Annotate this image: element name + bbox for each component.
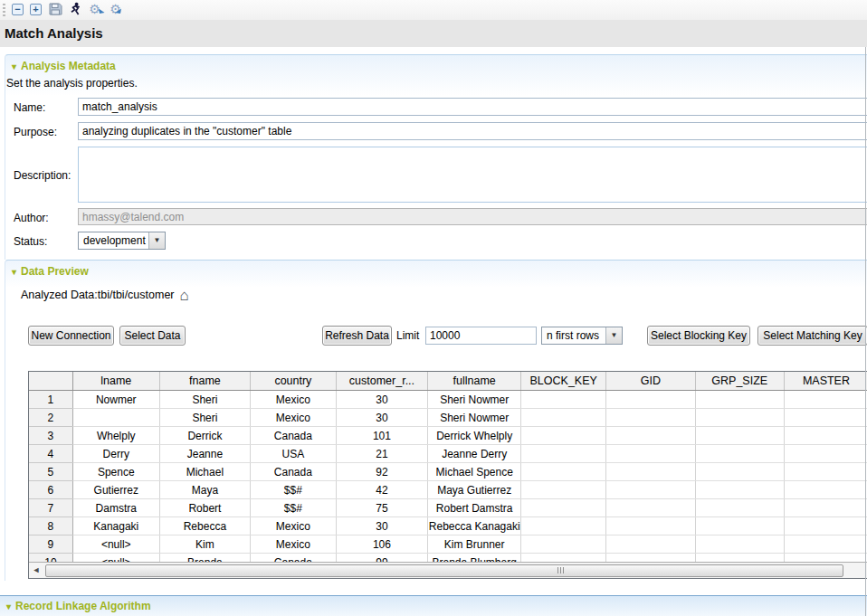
table-cell[interactable] [784,535,867,554]
table-cell[interactable]: 21 [336,445,428,463]
scrollbar-thumb[interactable] [45,564,843,577]
table-cell[interactable] [521,409,606,427]
table-cell[interactable]: Maya Gutierrez [428,481,521,499]
table-cell[interactable] [521,445,606,463]
table-cell[interactable]: Derry [72,445,159,463]
select-blocking-key-button[interactable]: Select Blocking Key [647,326,750,346]
table-cell[interactable]: $$# [251,499,337,517]
collapse-all-button[interactable]: − [10,2,25,17]
table-cell[interactable]: 75 [336,499,428,517]
table-cell[interactable] [784,445,867,463]
table-cell[interactable]: Sheri Nowmer [428,409,521,427]
table-cell[interactable]: Derrick [159,427,250,445]
rows-mode-dropdown[interactable]: n first rows ▼ [541,327,623,345]
description-field[interactable] [78,147,867,203]
table-cell[interactable]: Michael Spence [428,463,521,481]
table-cell[interactable] [695,463,784,481]
table-cell[interactable] [695,499,784,517]
table-cell[interactable]: 30 [336,409,428,427]
table-cell[interactable]: 106 [336,535,428,554]
table-cell[interactable]: Rebecca [159,517,250,535]
refresh-gear-button[interactable]: ⚙ [87,2,102,17]
table-cell[interactable] [695,409,784,427]
table-cell[interactable] [695,535,784,554]
table-cell[interactable] [606,427,695,445]
table-cell[interactable]: Mexico [251,409,337,427]
table-row[interactable]: 2SheriMexico30Sheri Nowmer [29,409,867,427]
purpose-field[interactable] [78,122,867,140]
row-number[interactable]: 1 [29,391,72,409]
table-cell[interactable] [695,481,784,499]
table-cell[interactable] [521,427,606,445]
column-header[interactable]: customer_r... [336,372,428,391]
table-row[interactable]: 6GutierrezMaya$$#42Maya Gutierrez [29,481,867,499]
table-cell[interactable] [606,517,695,535]
table-cell[interactable] [784,463,867,481]
column-header[interactable]: BLOCK_KEY [521,372,606,391]
column-header[interactable]: lname [72,372,159,391]
table-cell[interactable] [521,535,606,554]
table-cell[interactable]: Damstra [72,499,159,517]
table-cell[interactable] [72,409,159,427]
row-number[interactable]: 2 [29,409,72,427]
table-cell[interactable] [606,463,695,481]
record-linkage-header[interactable]: ▾Record Linkage Algorithm [6,600,151,612]
table-cell[interactable]: 92 [336,463,428,481]
table-row[interactable]: 5SpenceMichaelCanada92Michael Spence [29,463,867,481]
table-cell[interactable] [784,499,867,517]
select-matching-key-button[interactable]: Select Matching Key [757,326,867,346]
table-cell[interactable] [784,409,867,427]
table-cell[interactable] [784,517,867,535]
table-cell[interactable]: Whelply [72,427,159,445]
select-data-button[interactable]: Select Data [119,326,186,346]
table-cell[interactable]: Kanagaki [72,517,159,535]
row-number[interactable]: 8 [29,517,72,535]
table-cell[interactable]: <null> [72,535,159,554]
row-number-header[interactable] [29,372,72,391]
column-header[interactable]: MASTER [784,372,867,391]
table-cell[interactable]: Robert Damstra [428,499,521,517]
table-cell[interactable] [521,463,606,481]
table-cell[interactable] [521,481,606,499]
table-cell[interactable]: Sheri Nowmer [428,391,521,409]
table-cell[interactable] [606,499,695,517]
table-row[interactable]: 7DamstraRobert$$#75Robert Damstra [29,499,867,517]
table-cell[interactable]: 101 [336,427,428,445]
table-cell[interactable] [784,391,867,409]
column-header[interactable]: country [251,372,337,391]
table-cell[interactable]: Jeanne Derry [428,445,521,463]
table-cell[interactable] [521,499,606,517]
chevron-down-icon[interactable]: ▼ [605,327,622,344]
scroll-left-button[interactable]: ◄ [29,564,43,577]
column-header[interactable]: GRP_SIZE [695,372,784,391]
table-cell[interactable]: Sheri [159,391,250,409]
table-cell[interactable] [695,391,784,409]
table-cell[interactable] [606,481,695,499]
table-cell[interactable] [606,391,695,409]
table-cell[interactable]: 30 [336,391,428,409]
table-cell[interactable] [521,391,606,409]
table-cell[interactable] [695,517,784,535]
table-cell[interactable]: Mexico [251,535,337,554]
table-cell[interactable]: Derrick Whelply [428,427,521,445]
row-number[interactable]: 9 [29,535,72,554]
table-cell[interactable]: 42 [336,481,428,499]
limit-input[interactable] [425,327,537,345]
row-number[interactable]: 6 [29,481,72,499]
table-cell[interactable]: Maya [159,481,250,499]
name-field[interactable] [78,98,867,116]
collapse-triangle-icon[interactable]: ▾ [12,267,16,277]
table-row[interactable]: 8KanagakiRebeccaMexico30Rebecca Kanagaki [29,517,867,535]
toolbar-grip-handle[interactable] [3,4,5,16]
table-cell[interactable] [606,409,695,427]
table-row[interactable]: 1NowmerSheriMexico30Sheri Nowmer [29,391,867,409]
table-row[interactable]: 3WhelplyDerrickCanada101Derrick Whelply [29,427,867,445]
column-header[interactable]: GID [606,372,695,391]
collapse-triangle-icon[interactable]: ▾ [12,62,16,71]
table-cell[interactable] [784,427,867,445]
table-cell[interactable]: Sheri [159,409,250,427]
table-cell[interactable]: Kim [159,535,250,554]
analysis-metadata-header[interactable]: ▾Analysis Metadata [12,60,116,72]
table-cell[interactable] [695,445,784,463]
row-number[interactable]: 5 [29,463,72,481]
